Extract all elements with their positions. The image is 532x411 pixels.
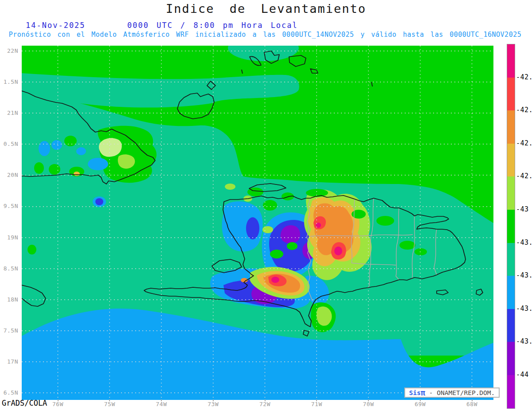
lon-tick-mark [161,399,162,401]
colorbar-tick-label: -43.2 [516,239,532,247]
lon-tick-mark [316,399,317,401]
sispi-brand: Sis [409,389,421,396]
colorbar-segment [507,44,515,78]
colorbar [507,44,515,409]
colorbar-segment [507,309,515,342]
lat-label: 18N [0,296,18,303]
lon-tick-mark [109,399,110,401]
sispi-watermark: Sis π - ONAMET/REP.DOM. [404,388,500,398]
colorbar-segment [507,78,515,111]
grads-credit: GrADS/COLA [2,399,47,407]
colorbar-segment [507,375,515,408]
lat-label: 22N [0,47,18,54]
lon-label: 71W [307,401,326,407]
lon-label: 70W [359,401,378,407]
lon-tick-mark [420,399,421,401]
lon-tick-mark [472,399,473,401]
colorbar-tick-label: -42.2 [516,73,532,81]
pi-symbol: π [421,390,425,396]
colorbar-tick-label: -44 [516,371,529,379]
lat-label: 0.5N [0,141,18,147]
lat-label: 1.5N [0,78,18,85]
colorbar-segment [507,110,515,144]
watermark-separator: - [425,389,437,396]
lon-label: 74W [152,401,171,407]
lat-label: 17N [0,358,18,365]
lat-label: 6.5N [0,389,18,396]
lat-label: 9.5N [0,203,18,209]
lon-label: 68W [462,401,482,407]
colorbar-segment [507,176,515,210]
colorbar-tick-label: -42.4 [516,106,532,114]
lon-tick-mark [58,399,59,401]
weather-map-plot [22,46,493,400]
watermark-org: ONAMET/REP.DOM. [437,389,495,396]
forecast-date: 14-Nov-2025 [26,21,86,30]
lat-label: 19N [0,234,18,241]
lon-label: 75W [100,401,119,407]
lon-label: 69W [411,401,430,407]
colorbar-tick-label: -42.8 [516,172,532,180]
field-layer [22,46,493,400]
lon-tick-mark [265,399,266,401]
lon-tick-mark [368,399,369,401]
colorbar-segment [507,210,515,243]
colorbar-tick-label: -43.6 [516,305,532,313]
lat-label: 8.5N [0,265,18,272]
lon-label: 76W [48,401,68,407]
lat-label: 21N [0,110,18,116]
colorbar-segment [507,144,515,177]
page-title: Indice de Levantamiento [0,2,532,16]
weather-map-page: Indice de Levantamiento 14-Nov-2025 0000… [0,0,532,411]
lat-label: 7.5N [0,327,18,334]
forecast-subtitle: Pronóstico con el Modelo Atmósferico WRF… [0,31,530,39]
colorbar-tick-label: -43.4 [516,271,532,279]
lon-tick-mark [213,399,214,401]
colorbar-tick-label: -42.6 [516,139,532,147]
colorbar-tick-label: -43.8 [516,337,532,345]
lon-label: 73W [203,401,223,407]
colorbar-segment [507,276,515,309]
colorbar-segment [507,243,515,276]
colorbar-segment [507,342,515,375]
lat-label: 20N [0,172,18,178]
forecast-time: 0000 UTC / 8:00 pm Hora Local [127,21,298,30]
lon-label: 72W [255,401,275,407]
colorbar-tick-label: -43 [516,205,529,213]
